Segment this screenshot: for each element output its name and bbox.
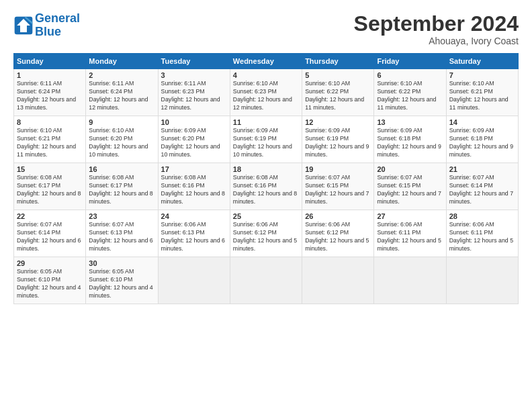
calendar-cell: 4 Sunrise: 6:10 AMSunset: 6:23 PMDayligh… [230,69,302,116]
logo-icon [13,15,34,36]
calendar-cell: 10 Sunrise: 6:09 AMSunset: 6:20 PMDaylig… [158,116,230,163]
day-info: Sunrise: 6:09 AMSunset: 6:18 PMDaylight:… [377,127,443,159]
day-number: 18 [233,165,299,173]
calendar-cell: 6 Sunrise: 6:10 AMSunset: 6:22 PMDayligh… [374,69,446,116]
calendar-cell: 5 Sunrise: 6:10 AMSunset: 6:22 PMDayligh… [302,69,374,116]
logo-text: General Blue [35,12,80,39]
day-info: Sunrise: 6:07 AMSunset: 6:14 PMDaylight:… [17,221,83,253]
calendar-cell: 18 Sunrise: 6:08 AMSunset: 6:16 PMDaylig… [230,163,302,210]
day-number: 22 [17,212,83,220]
day-info: Sunrise: 6:11 AMSunset: 6:24 PMDaylight:… [17,80,83,112]
day-info: Sunrise: 6:08 AMSunset: 6:17 PMDaylight:… [17,174,83,206]
calendar-cell: 25 Sunrise: 6:06 AMSunset: 6:12 PMDaylig… [230,210,302,257]
calendar-header-row: Sunday Monday Tuesday Wednesday Thursday… [14,54,519,69]
day-number: 27 [377,212,443,220]
calendar-cell [374,257,446,304]
day-number: 11 [233,118,299,126]
col-wednesday: Wednesday [230,54,302,69]
calendar-cell: 29 Sunrise: 6:05 AMSunset: 6:10 PMDaylig… [14,257,86,304]
logo: General Blue [13,12,80,39]
day-number: 28 [449,212,515,220]
day-info: Sunrise: 6:11 AMSunset: 6:23 PMDaylight:… [161,80,227,112]
day-number: 15 [17,165,83,173]
calendar-cell: 27 Sunrise: 6:06 AMSunset: 6:11 PMDaylig… [374,210,446,257]
calendar-cell [230,257,302,304]
calendar-cell: 14 Sunrise: 6:09 AMSunset: 6:18 PMDaylig… [446,116,518,163]
calendar-week-2: 8 Sunrise: 6:10 AMSunset: 6:21 PMDayligh… [14,116,519,163]
day-info: Sunrise: 6:10 AMSunset: 6:22 PMDaylight:… [377,80,443,112]
calendar-cell: 15 Sunrise: 6:08 AMSunset: 6:17 PMDaylig… [14,163,86,210]
day-number: 9 [89,118,154,126]
day-number: 14 [449,118,515,126]
day-number: 1 [17,71,83,79]
day-info: Sunrise: 6:07 AMSunset: 6:15 PMDaylight:… [305,174,371,206]
day-number: 20 [377,165,443,173]
calendar-week-1: 1 Sunrise: 6:11 AMSunset: 6:24 PMDayligh… [14,69,519,116]
calendar-table: Sunday Monday Tuesday Wednesday Thursday… [13,53,519,304]
day-info: Sunrise: 6:06 AMSunset: 6:11 PMDaylight:… [449,221,515,253]
day-info: Sunrise: 6:05 AMSunset: 6:10 PMDaylight:… [17,268,83,300]
day-info: Sunrise: 6:08 AMSunset: 6:17 PMDaylight:… [89,174,154,206]
header: General Blue September 2024 Ahouaya, Ivo… [13,12,519,46]
day-number: 7 [449,71,515,79]
day-number: 30 [89,259,154,267]
calendar-cell [302,257,374,304]
col-sunday: Sunday [14,54,86,69]
calendar-cell: 9 Sunrise: 6:10 AMSunset: 6:20 PMDayligh… [86,116,158,163]
day-info: Sunrise: 6:06 AMSunset: 6:13 PMDaylight:… [161,221,227,253]
day-info: Sunrise: 6:10 AMSunset: 6:23 PMDaylight:… [233,80,299,112]
calendar-cell [446,257,518,304]
calendar-cell: 24 Sunrise: 6:06 AMSunset: 6:13 PMDaylig… [158,210,230,257]
col-saturday: Saturday [446,54,518,69]
day-number: 24 [161,212,227,220]
day-info: Sunrise: 6:09 AMSunset: 6:18 PMDaylight:… [449,127,515,159]
col-monday: Monday [86,54,158,69]
calendar-cell: 23 Sunrise: 6:07 AMSunset: 6:13 PMDaylig… [86,210,158,257]
col-thursday: Thursday [302,54,374,69]
page: General Blue September 2024 Ahouaya, Ivo… [0,0,532,411]
day-info: Sunrise: 6:06 AMSunset: 6:12 PMDaylight:… [305,221,371,253]
day-number: 12 [305,118,371,126]
day-number: 19 [305,165,371,173]
calendar-cell: 26 Sunrise: 6:06 AMSunset: 6:12 PMDaylig… [302,210,374,257]
calendar-cell: 17 Sunrise: 6:08 AMSunset: 6:16 PMDaylig… [158,163,230,210]
day-number: 8 [17,118,83,126]
calendar-cell: 8 Sunrise: 6:10 AMSunset: 6:21 PMDayligh… [14,116,86,163]
day-number: 25 [233,212,299,220]
calendar-cell [158,257,230,304]
day-number: 6 [377,71,443,79]
day-info: Sunrise: 6:08 AMSunset: 6:16 PMDaylight:… [233,174,299,206]
day-number: 13 [377,118,443,126]
calendar-cell: 16 Sunrise: 6:08 AMSunset: 6:17 PMDaylig… [86,163,158,210]
day-number: 16 [89,165,154,173]
day-info: Sunrise: 6:09 AMSunset: 6:19 PMDaylight:… [233,127,299,159]
day-info: Sunrise: 6:07 AMSunset: 6:15 PMDaylight:… [377,174,443,206]
day-number: 4 [233,71,299,79]
logo-general: General [35,11,80,25]
calendar-cell: 2 Sunrise: 6:11 AMSunset: 6:24 PMDayligh… [86,69,158,116]
day-info: Sunrise: 6:08 AMSunset: 6:16 PMDaylight:… [161,174,227,206]
calendar-cell: 21 Sunrise: 6:07 AMSunset: 6:14 PMDaylig… [446,163,518,210]
day-number: 2 [89,71,154,79]
day-number: 10 [161,118,227,126]
day-number: 3 [161,71,227,79]
day-info: Sunrise: 6:10 AMSunset: 6:21 PMDaylight:… [449,80,515,112]
calendar-cell: 1 Sunrise: 6:11 AMSunset: 6:24 PMDayligh… [14,69,86,116]
day-info: Sunrise: 6:11 AMSunset: 6:24 PMDaylight:… [89,80,154,112]
day-info: Sunrise: 6:10 AMSunset: 6:21 PMDaylight:… [17,127,83,159]
day-number: 29 [17,259,83,267]
day-info: Sunrise: 6:06 AMSunset: 6:12 PMDaylight:… [233,221,299,253]
day-number: 21 [449,165,515,173]
day-number: 17 [161,165,227,173]
day-info: Sunrise: 6:10 AMSunset: 6:20 PMDaylight:… [89,127,154,159]
location-subtitle: Ahouaya, Ivory Coast [354,36,519,46]
col-friday: Friday [374,54,446,69]
logo-blue: Blue [35,25,61,38]
calendar-week-3: 15 Sunrise: 6:08 AMSunset: 6:17 PMDaylig… [14,163,519,210]
calendar-cell: 11 Sunrise: 6:09 AMSunset: 6:19 PMDaylig… [230,116,302,163]
day-number: 5 [305,71,371,79]
day-number: 23 [89,212,154,220]
calendar-cell: 20 Sunrise: 6:07 AMSunset: 6:15 PMDaylig… [374,163,446,210]
calendar-cell: 30 Sunrise: 6:05 AMSunset: 6:10 PMDaylig… [86,257,158,304]
month-title: September 2024 [354,12,519,36]
